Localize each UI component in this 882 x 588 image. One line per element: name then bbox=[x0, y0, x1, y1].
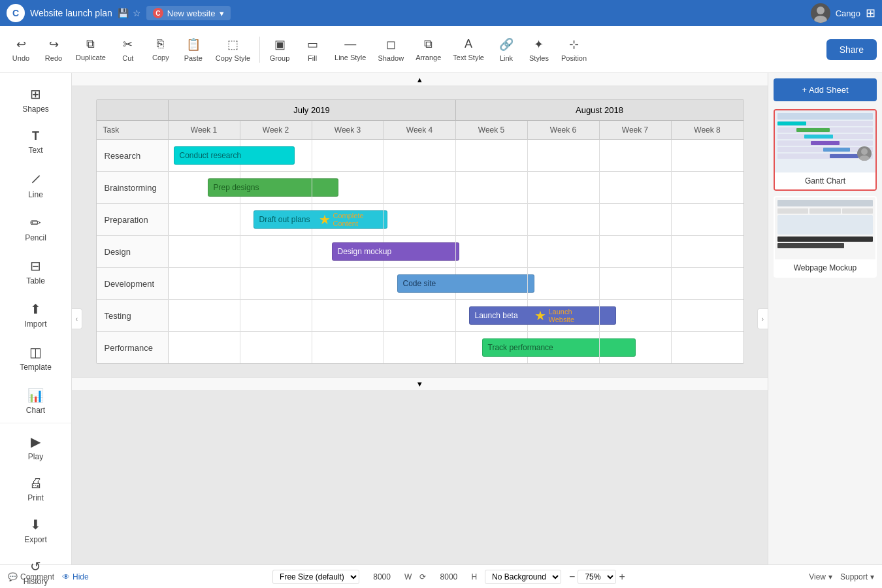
table-row: Design Design mockup bbox=[97, 236, 743, 268]
copy-style-button[interactable]: ⬚ Copy Style bbox=[210, 33, 255, 66]
gantt-cell bbox=[312, 172, 384, 203]
zoom-in-icon[interactable]: + bbox=[619, 571, 625, 583]
app-logo[interactable]: C bbox=[7, 4, 25, 22]
gantt-cell bbox=[169, 204, 240, 235]
link-button[interactable]: 🔗 Link bbox=[491, 33, 522, 66]
user-name: Cango bbox=[836, 8, 860, 18]
gantt-cell bbox=[456, 140, 528, 171]
complete-content-annotation: ★ Complete Content bbox=[319, 212, 384, 227]
sidebar-item-print[interactable]: 🖨 Print bbox=[4, 469, 67, 509]
main-layout: ⊞ Shapes T Text ─ Line ✏ Pencil ⊟ Table … bbox=[0, 73, 882, 564]
gantt-cell bbox=[528, 140, 600, 171]
shadow-icon: ◻ bbox=[386, 37, 396, 52]
sidebar-item-pencil[interactable]: ✏ Pencil bbox=[4, 208, 67, 249]
sidebar-item-export[interactable]: ⬇ Export bbox=[4, 510, 67, 551]
doc-icons: 💾 ☆ bbox=[118, 8, 141, 18]
arrange-button[interactable]: ⧉ Arrange bbox=[410, 33, 446, 65]
hide-button[interactable]: 👁 Hide bbox=[62, 572, 89, 581]
undo-button[interactable]: ↩ Undo bbox=[5, 33, 37, 66]
cut-icon: ✂ bbox=[123, 37, 133, 52]
workspace-dot: C bbox=[153, 8, 163, 18]
table-row: Research Conduct research bbox=[97, 140, 743, 172]
chart-icon: 📊 bbox=[27, 387, 44, 403]
user-avatar[interactable] bbox=[811, 3, 830, 23]
right-collapse-button[interactable]: › bbox=[757, 308, 768, 329]
gantt-cell: ★ Launch Website bbox=[528, 300, 600, 331]
table-row: Testing Launch beta ★ Launch Website bbox=[97, 300, 743, 332]
canvas-bottom-toggle[interactable]: ▾ bbox=[72, 377, 768, 390]
task-testing: Testing bbox=[97, 300, 169, 331]
add-sheet-button[interactable]: + Add Sheet bbox=[774, 78, 877, 101]
gantt-cell: Draft out plans bbox=[240, 204, 312, 235]
mockup-label: Webpage Mockup bbox=[775, 259, 875, 276]
redo-button[interactable]: ↪ Redo bbox=[38, 33, 69, 66]
view-menu[interactable]: View ▾ bbox=[809, 572, 832, 581]
workspace-pill[interactable]: C New website ▾ bbox=[146, 6, 231, 20]
gantt-cell bbox=[672, 236, 743, 267]
table-row: Preparation Draft out plans ★ Complete C… bbox=[97, 204, 743, 236]
share-button[interactable]: Share bbox=[826, 39, 877, 60]
copy-icon: ⎘ bbox=[157, 37, 164, 51]
gantt-chart-label: Gantt Chart bbox=[775, 172, 875, 189]
complete-content-label: Complete Content bbox=[333, 212, 384, 227]
sidebar-item-history[interactable]: ↺ History bbox=[4, 552, 67, 588]
gantt-cell bbox=[672, 172, 743, 203]
sheet-thumbnail-mockup[interactable]: Webpage Mockup bbox=[774, 196, 877, 278]
height-input[interactable] bbox=[434, 572, 463, 581]
zoom-out-icon[interactable]: − bbox=[569, 571, 575, 583]
sidebar-item-text[interactable]: T Text bbox=[4, 123, 67, 161]
sidebar-item-line[interactable]: ─ Line bbox=[4, 164, 67, 206]
gantt-cell bbox=[528, 332, 600, 363]
gantt-cell bbox=[169, 300, 240, 331]
text-style-button[interactable]: A Text Style bbox=[448, 33, 489, 65]
view-chevron: ▾ bbox=[828, 572, 832, 581]
sidebar-item-play[interactable]: ▶ Play bbox=[4, 427, 67, 468]
width-input[interactable] bbox=[367, 572, 397, 581]
sidebar-item-import[interactable]: ⬆ Import bbox=[4, 295, 67, 335]
duplicate-button[interactable]: ⧉ Duplicate bbox=[71, 33, 111, 65]
top-header: C Website launch plan 💾 ☆ C New website … bbox=[0, 0, 882, 26]
gantt-cell bbox=[600, 172, 672, 203]
sidebar-item-chart[interactable]: 📊 Chart bbox=[4, 381, 67, 421]
gantt-cell bbox=[672, 140, 743, 171]
cut-button[interactable]: ✂ Cut bbox=[112, 33, 144, 66]
line-style-button[interactable]: ― Line Style bbox=[329, 33, 371, 65]
fill-button[interactable]: ▭ Fill bbox=[297, 33, 328, 66]
toolbar: ↩ Undo ↪ Redo ⧉ Duplicate ✂ Cut ⎘ Copy 📋… bbox=[0, 26, 882, 73]
copy-button[interactable]: ⎘ Copy bbox=[145, 33, 176, 65]
canvas-top-toggle[interactable]: ▴ bbox=[72, 73, 768, 86]
play-icon: ▶ bbox=[31, 434, 41, 449]
zoom-select[interactable]: 75% bbox=[578, 570, 616, 584]
copy-style-icon: ⬚ bbox=[227, 37, 238, 52]
group-button[interactable]: ▣ Group bbox=[264, 33, 295, 66]
star-icon[interactable]: ☆ bbox=[133, 8, 141, 18]
paste-button[interactable]: 📋 Paste bbox=[178, 33, 209, 66]
col-task: Task bbox=[97, 121, 169, 139]
position-button[interactable]: ⊹ Position bbox=[556, 33, 592, 66]
right-panel: + Add Sheet bbox=[768, 73, 882, 564]
left-collapse-button[interactable]: ‹ bbox=[72, 308, 82, 329]
shadow-button[interactable]: ◻ Shadow bbox=[372, 33, 409, 66]
grid-icon[interactable]: ⊞ bbox=[866, 6, 875, 20]
comment-button[interactable]: 💬 Comment bbox=[8, 572, 54, 581]
size-select[interactable]: Free Size (default) bbox=[272, 570, 359, 584]
support-menu[interactable]: Support ▾ bbox=[840, 572, 874, 581]
sidebar-item-table[interactable]: ⊟ Table bbox=[4, 252, 67, 292]
width-label: W bbox=[404, 572, 412, 581]
canvas-area: ▴ ‹ › July 2019 August 2018 Task Week 1 … bbox=[72, 73, 768, 564]
col-week7: Week 7 bbox=[600, 121, 672, 139]
line-icon: ─ bbox=[26, 169, 45, 188]
gantt-cell bbox=[312, 300, 384, 331]
sidebar-item-shapes[interactable]: ⊞ Shapes bbox=[4, 80, 67, 120]
save-icon[interactable]: 💾 bbox=[118, 8, 129, 18]
gantt-cell bbox=[600, 332, 672, 363]
sidebar-item-template[interactable]: ◫ Template bbox=[4, 338, 67, 378]
gantt-cell bbox=[456, 236, 528, 267]
refresh-icon[interactable]: ⟳ bbox=[419, 572, 426, 581]
background-select[interactable]: No Background bbox=[485, 570, 561, 584]
gantt-cell bbox=[240, 172, 312, 203]
gantt-cell bbox=[240, 300, 312, 331]
sheet-thumbnail-gantt[interactable]: Gantt Chart bbox=[774, 109, 877, 191]
position-icon: ⊹ bbox=[569, 37, 579, 52]
styles-button[interactable]: ✦ Styles bbox=[523, 33, 555, 66]
